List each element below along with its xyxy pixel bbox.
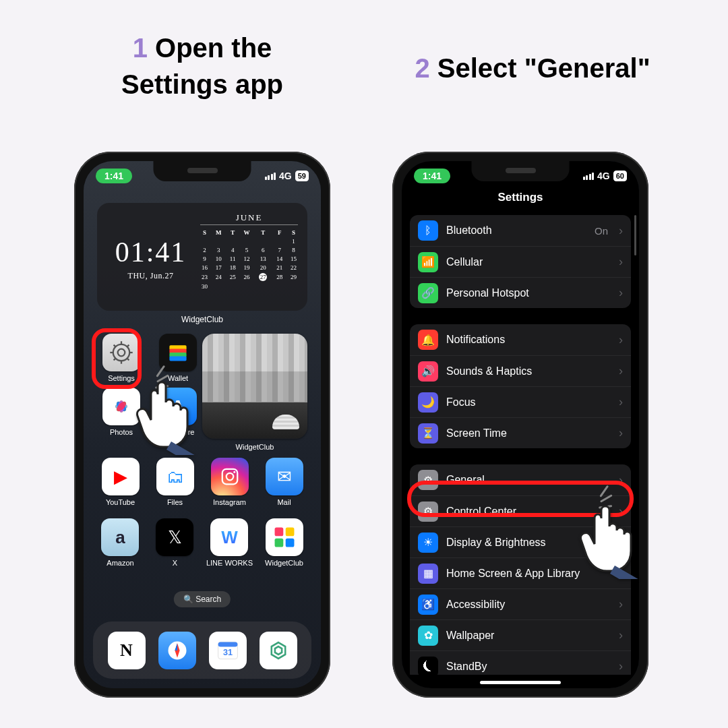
dock: N 31 bbox=[93, 621, 311, 679]
settings-row-label: Accessibility bbox=[446, 599, 611, 611]
widget-label: WidgetClub bbox=[84, 315, 321, 324]
settings-row-label: Sounds & Haptics bbox=[446, 365, 611, 377]
settings-row-personal-hotspot[interactable]: 🔗Personal Hotspot› bbox=[410, 277, 631, 308]
scroll-indicator[interactable] bbox=[634, 215, 636, 255]
app-x[interactable]: 𝕏X bbox=[152, 518, 198, 567]
instagram-icon bbox=[211, 458, 249, 495]
app-photos[interactable]: Photos bbox=[97, 388, 146, 436]
personal-hotspot-icon: 🔗 bbox=[418, 283, 438, 303]
svg-rect-26 bbox=[285, 528, 294, 537]
settings-row-label: Personal Hotspot bbox=[446, 287, 611, 299]
sounds-haptics-icon: 🔊 bbox=[418, 361, 438, 382]
settings-row-display-brightness[interactable]: ☀Display & Brightness› bbox=[410, 526, 631, 557]
chevron-right-icon: › bbox=[619, 333, 623, 347]
svg-text:31: 31 bbox=[222, 648, 232, 657]
settings-row-cellular[interactable]: 📶Cellular› bbox=[410, 246, 631, 277]
settings-row-sounds-haptics[interactable]: 🔊Sounds & Haptics› bbox=[410, 355, 631, 386]
settings-list[interactable]: ᛒBluetoothOn›📶Cellular›🔗Personal Hotspot… bbox=[410, 215, 631, 675]
home-screen-app-library-icon: ▦ bbox=[418, 564, 438, 584]
search-button[interactable]: 🔍 Search bbox=[174, 591, 231, 607]
settings-row-screen-time[interactable]: ⏳Screen Time› bbox=[410, 417, 631, 448]
settings-row-general[interactable]: ⚙General› bbox=[410, 464, 631, 495]
settings-row-label: General bbox=[446, 474, 611, 486]
settings-row-control-center[interactable]: ⚙Control Center› bbox=[410, 495, 631, 526]
svg-marker-36 bbox=[274, 646, 281, 655]
signal-icon bbox=[583, 173, 595, 180]
home-indicator[interactable] bbox=[480, 681, 561, 684]
settings-row-wallpaper[interactable]: ✿Wallpaper› bbox=[410, 619, 631, 650]
phone-2: 1:41 4G 60 Settings ᛒBluetoothOn›📶Cellul… bbox=[392, 152, 648, 698]
status-time-pill[interactable]: 1:41 bbox=[96, 169, 132, 183]
svg-line-6 bbox=[114, 345, 116, 347]
chevron-right-icon: › bbox=[619, 426, 623, 440]
page-title: Settings bbox=[402, 191, 639, 204]
svg-rect-33 bbox=[218, 642, 237, 646]
cellular-icon: 📶 bbox=[418, 252, 438, 272]
x-icon: 𝕏 bbox=[156, 518, 193, 556]
widget-calendar: JUNE SMTWTFS 1 2345678 9101112131415 161… bbox=[198, 212, 301, 304]
app-lineworks[interactable]: WLINE WORKS bbox=[206, 518, 253, 567]
settings-row-label: Wallpaper bbox=[446, 630, 611, 642]
app-widgetclub[interactable]: WidgetClub bbox=[261, 518, 307, 567]
app-wallet[interactable]: Wallet bbox=[154, 334, 202, 382]
settings-screen[interactable]: 1:41 4G 60 Settings ᛒBluetoothOn›📶Cellul… bbox=[402, 161, 639, 688]
chevron-right-icon: › bbox=[619, 473, 623, 487]
app-row-3: ▶YouTube 🗂Files Instagram ✉Mail bbox=[97, 458, 307, 506]
settings-row-standby[interactable]: ⏾StandBy› bbox=[410, 650, 631, 675]
settings-row-label: Focus bbox=[446, 396, 611, 408]
app-mail[interactable]: ✉Mail bbox=[261, 458, 307, 506]
appstore-icon: A bbox=[159, 388, 197, 425]
settings-row-label: Home Screen & App Library bbox=[446, 568, 611, 580]
app-amazon[interactable]: aAmazon bbox=[97, 518, 144, 567]
step-2-heading: 2 Select "General" bbox=[377, 50, 688, 86]
photo-widget-label: WidgetClub bbox=[202, 443, 307, 451]
step-1-heading: 1 Open the Settings app bbox=[81, 30, 324, 102]
settings-row-home-screen-app-library[interactable]: ▦Home Screen & App Library› bbox=[410, 557, 631, 588]
phone-1: 1:41 4G 59 01:41 THU, Jun.27 JUNE SMTWTF… bbox=[74, 152, 330, 698]
photo-widget[interactable] bbox=[202, 334, 307, 439]
network-label: 4G bbox=[279, 171, 292, 181]
settings-row-label: StandBy bbox=[446, 661, 611, 673]
battery-icon: 60 bbox=[613, 171, 627, 181]
step-2-text: Select "General" bbox=[437, 53, 650, 83]
dock-chatgpt-icon[interactable] bbox=[260, 632, 297, 669]
control-center-icon: ⚙ bbox=[418, 502, 438, 522]
chevron-right-icon: › bbox=[619, 286, 623, 300]
youtube-icon: ▶ bbox=[102, 458, 140, 495]
settings-row-label: Bluetooth bbox=[446, 224, 586, 237]
settings-row-label: Display & Brightness bbox=[446, 537, 611, 549]
chevron-right-icon: › bbox=[619, 504, 623, 518]
app-appstore[interactable]: A App Store bbox=[154, 388, 202, 436]
chevron-right-icon: › bbox=[619, 364, 623, 378]
settings-row-accessibility[interactable]: ♿Accessibility› bbox=[410, 588, 631, 619]
app-youtube[interactable]: ▶YouTube bbox=[97, 458, 144, 506]
settings-row-focus[interactable]: 🌙Focus› bbox=[410, 386, 631, 417]
svg-line-9 bbox=[114, 358, 116, 360]
chevron-right-icon: › bbox=[619, 628, 623, 642]
clock-calendar-widget[interactable]: 01:41 THU, Jun.27 JUNE SMTWTFS 1 2345678… bbox=[97, 203, 307, 311]
svg-point-1 bbox=[118, 349, 125, 357]
home-screen[interactable]: 1:41 4G 59 01:41 THU, Jun.27 JUNE SMTWTF… bbox=[84, 161, 321, 688]
dock-calendar-icon[interactable]: 31 bbox=[209, 632, 247, 669]
photos-icon bbox=[102, 388, 140, 425]
status-time-pill[interactable]: 1:41 bbox=[414, 169, 450, 183]
svg-marker-35 bbox=[271, 642, 284, 659]
settings-row-notifications[interactable]: 🔔Notifications› bbox=[410, 324, 631, 355]
svg-rect-13 bbox=[169, 356, 186, 361]
display-brightness-icon: ☀ bbox=[418, 533, 438, 553]
app-instagram[interactable]: Instagram bbox=[206, 458, 253, 506]
chevron-right-icon: › bbox=[619, 224, 623, 238]
settings-row-bluetooth[interactable]: ᛒBluetoothOn› bbox=[410, 215, 631, 246]
chevron-right-icon: › bbox=[619, 659, 623, 673]
dock-safari-icon[interactable] bbox=[158, 632, 196, 669]
wallpaper-icon: ✿ bbox=[418, 626, 438, 646]
app-settings[interactable]: Settings bbox=[97, 334, 146, 382]
svg-point-23 bbox=[226, 473, 233, 481]
bluetooth-icon: ᛒ bbox=[418, 220, 438, 241]
chevron-right-icon: › bbox=[619, 255, 623, 269]
network-label: 4G bbox=[597, 171, 610, 181]
dock-notion-icon[interactable]: N bbox=[108, 632, 146, 669]
settings-row-label: Control Center bbox=[446, 506, 611, 518]
app-files[interactable]: 🗂Files bbox=[152, 458, 198, 506]
svg-rect-27 bbox=[274, 539, 283, 547]
